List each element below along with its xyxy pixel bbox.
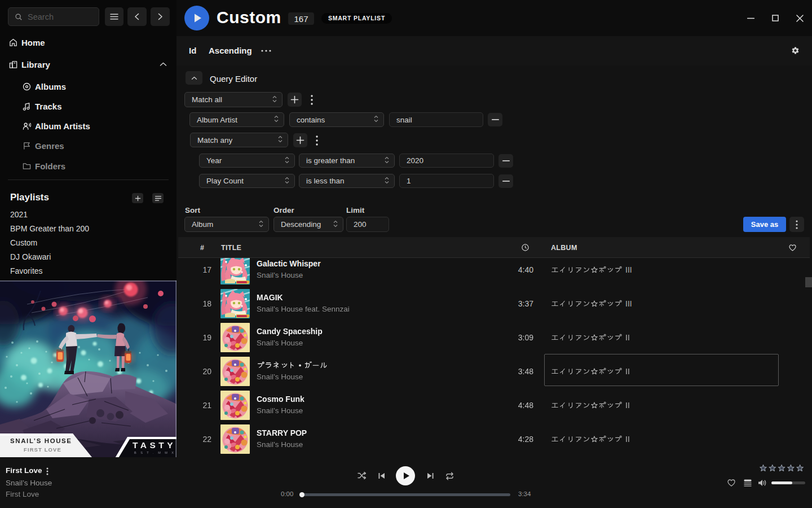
svg-text:B S T . M M X I: B S T . M M X I [134,451,176,454]
svg-text:TASTY: TASTY [133,440,176,450]
svg-text:FIRST LOVE: FIRST LOVE [24,446,61,453]
svg-text:SNAIL’S HOUSE: SNAIL’S HOUSE [10,437,72,444]
